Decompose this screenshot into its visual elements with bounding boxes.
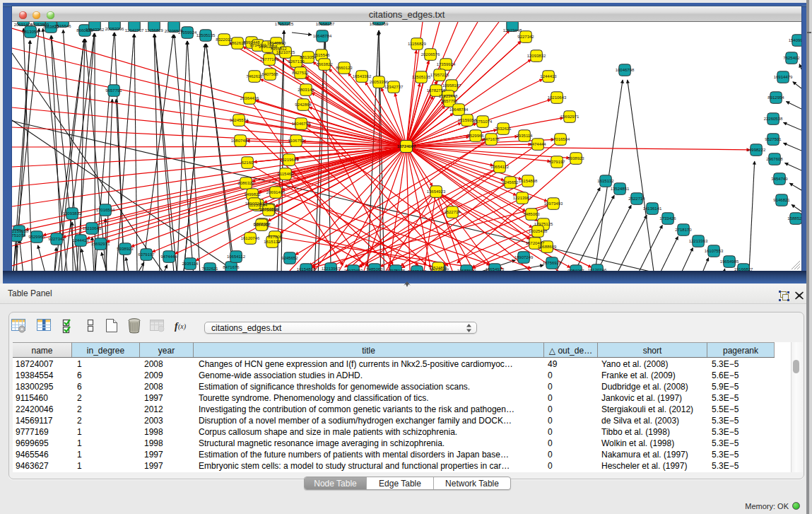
svg-text:13524851: 13524851 <box>429 266 448 270</box>
svg-text:15751074: 15751074 <box>12 233 26 238</box>
svg-text:17975125: 17975125 <box>534 222 553 226</box>
svg-text:18907249: 18907249 <box>514 255 534 259</box>
svg-text:17975125: 17975125 <box>387 269 406 271</box>
svg-text:16543362: 16543362 <box>86 28 105 32</box>
svg-text:14998222: 14998222 <box>747 148 766 152</box>
svg-text:10210643: 10210643 <box>548 95 567 100</box>
svg-text:7515546: 7515546 <box>313 53 330 57</box>
svg-text:12213967: 12213967 <box>513 196 532 200</box>
svg-text:16154808: 16154808 <box>519 179 538 183</box>
svg-text:(x): (x) <box>178 322 187 331</box>
svg-text:16120746: 16120746 <box>241 236 260 240</box>
svg-text:1615132: 1615132 <box>597 179 614 183</box>
svg-text:12342737: 12342737 <box>125 28 144 33</box>
svg-text:17957225: 17957225 <box>275 22 294 26</box>
svg-text:16782759: 16782759 <box>370 22 389 26</box>
svg-text:16914479: 16914479 <box>774 75 793 79</box>
svg-text:2967608: 2967608 <box>766 157 783 161</box>
svg-text:1244413: 1244413 <box>540 74 557 78</box>
svg-text:10648784: 10648784 <box>449 107 469 112</box>
svg-text:10688609: 10688609 <box>538 245 557 249</box>
svg-text:20206576: 20206576 <box>421 52 440 57</box>
svg-text:17359924: 17359924 <box>437 62 456 66</box>
svg-text:19166827: 19166827 <box>734 267 753 271</box>
svg-text:19777169: 19777169 <box>260 57 279 62</box>
svg-text:16046798: 16046798 <box>292 122 311 126</box>
svg-text:8660123: 8660123 <box>336 66 353 70</box>
svg-text:6379197: 6379197 <box>138 252 155 257</box>
svg-text:9657791: 9657791 <box>105 88 122 93</box>
svg-text:13654923: 13654923 <box>486 267 505 271</box>
svg-text:9084067: 9084067 <box>567 269 584 271</box>
svg-text:16154808: 16154808 <box>297 267 316 271</box>
svg-text:10973493: 10973493 <box>344 269 363 271</box>
svg-text:9245652: 9245652 <box>502 180 519 185</box>
svg-text:9227342: 9227342 <box>517 35 534 39</box>
svg-text:10219643: 10219643 <box>280 158 299 162</box>
svg-text:7632621: 7632621 <box>201 267 218 271</box>
svg-text:16543362: 16543362 <box>353 74 372 78</box>
svg-text:6407568: 6407568 <box>261 72 278 76</box>
svg-text:7663822: 7663822 <box>316 62 333 66</box>
svg-text:15692971: 15692971 <box>560 115 579 119</box>
svg-text:7462616: 7462616 <box>246 74 263 78</box>
svg-text:6379197: 6379197 <box>548 160 565 164</box>
svg-text:2522714: 2522714 <box>628 197 645 201</box>
svg-text:7485063: 7485063 <box>366 267 383 271</box>
svg-text:16210725: 16210725 <box>276 50 295 54</box>
svg-text:2935114: 2935114 <box>182 262 199 266</box>
svg-text:17016504: 17016504 <box>551 137 570 141</box>
svg-text:12505135: 12505135 <box>196 33 216 37</box>
svg-text:10958187: 10958187 <box>316 22 335 26</box>
svg-text:817006: 817006 <box>268 235 283 239</box>
svg-text:10688609: 10688609 <box>457 269 476 271</box>
svg-text:10973493: 10973493 <box>544 201 563 206</box>
svg-text:1615132: 1615132 <box>264 240 281 244</box>
svg-text:62160: 62160 <box>242 160 254 165</box>
svg-text:12213967: 12213967 <box>322 267 341 271</box>
svg-text:17957225: 17957225 <box>430 73 449 77</box>
svg-text:8471676: 8471676 <box>483 137 500 141</box>
svg-text:18724007: 18724007 <box>397 144 416 148</box>
svg-text:7663822: 7663822 <box>42 25 59 29</box>
svg-text:1244413: 1244413 <box>72 238 89 243</box>
svg-text:10025438: 10025438 <box>408 269 427 271</box>
svg-text:12213363: 12213363 <box>689 239 708 243</box>
svg-text:9527501: 9527501 <box>765 137 782 141</box>
svg-text:9529966: 9529966 <box>28 235 45 239</box>
svg-text:20691406: 20691406 <box>266 190 286 194</box>
svg-text:15692971: 15692971 <box>91 242 110 246</box>
svg-text:16120746: 16120746 <box>588 268 607 271</box>
svg-text:13654923: 13654923 <box>427 189 446 194</box>
svg-text:7485063: 7485063 <box>523 212 540 216</box>
svg-text:12093832: 12093832 <box>63 211 82 216</box>
svg-text:11156829: 11156829 <box>145 28 163 33</box>
svg-text:14136141: 14136141 <box>643 206 662 211</box>
svg-text:12342737: 12342737 <box>384 85 404 89</box>
svg-text:10025438: 10025438 <box>529 229 548 233</box>
svg-text:10046798: 10046798 <box>616 68 635 72</box>
svg-text:10807487: 10807487 <box>231 139 250 143</box>
svg-text:8427512: 8427512 <box>292 71 309 75</box>
svg-text:10654112: 10654112 <box>490 165 510 169</box>
svg-text:8912954: 8912954 <box>767 95 784 100</box>
svg-text:16107553: 16107553 <box>705 249 724 253</box>
svg-text:17359924: 17359924 <box>178 30 197 35</box>
svg-text:9242864: 9242864 <box>295 103 312 107</box>
svg-text:3267130: 3267130 <box>288 59 305 64</box>
svg-text:9115460: 9115460 <box>278 172 295 176</box>
svg-text:9245652: 9245652 <box>281 256 298 260</box>
svg-text:12923448: 12923448 <box>439 94 458 98</box>
svg-text:8471676: 8471676 <box>223 265 240 269</box>
svg-text:2086322: 2086322 <box>237 181 254 185</box>
svg-text:20053396: 20053396 <box>105 27 124 31</box>
svg-text:10958187: 10958187 <box>442 83 461 88</box>
svg-text:2522714: 2522714 <box>444 210 461 214</box>
svg-text:9146821: 9146821 <box>773 198 790 202</box>
svg-text:9474444: 9474444 <box>529 142 546 146</box>
svg-text:2803144: 2803144 <box>298 88 314 92</box>
svg-text:2718170: 2718170 <box>675 228 692 232</box>
svg-text:12923448: 12923448 <box>503 28 522 33</box>
svg-text:16782759: 16782759 <box>427 88 446 93</box>
svg-text:18640910: 18640910 <box>267 41 286 45</box>
